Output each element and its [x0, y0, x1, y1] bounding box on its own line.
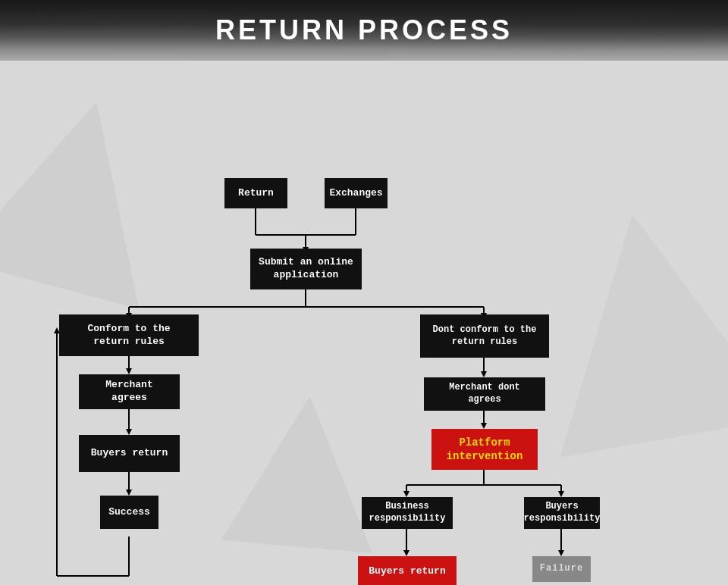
- buyers-resp-box: Buyersresponsibility: [524, 497, 600, 529]
- svg-marker-31: [558, 491, 564, 497]
- return-box: Return: [224, 178, 287, 208]
- svg-marker-17: [126, 490, 132, 496]
- merchant-dont-box: Merchant dont agrees: [424, 377, 545, 411]
- platform-box: Platformintervention: [431, 429, 538, 470]
- main-content: Return Exchanges Submit an onlineapplica…: [0, 61, 728, 585]
- merchant-agrees-box: Merchant agrees: [79, 374, 180, 409]
- bg-decoration-1: [0, 77, 188, 309]
- svg-marker-29: [403, 491, 410, 497]
- svg-marker-25: [481, 423, 487, 429]
- exchanges-box: Exchanges: [325, 178, 388, 208]
- page-header: RETURN PROCESS: [0, 0, 728, 61]
- bg-decoration-3: [221, 389, 386, 554]
- svg-marker-33: [403, 550, 410, 556]
- bg-decoration-2: [520, 194, 728, 458]
- buyers-return-left-box: Buyers return: [79, 435, 180, 472]
- failure-box: Failure: [532, 556, 591, 582]
- dont-conform-box: Dont conform to thereturn rules: [420, 314, 549, 358]
- success-box: Success: [100, 496, 158, 529]
- conform-box: Conform to thereturn rules: [59, 314, 199, 356]
- svg-marker-15: [126, 429, 132, 435]
- svg-marker-35: [558, 550, 564, 556]
- page-title: RETURN PROCESS: [215, 14, 513, 46]
- svg-marker-13: [126, 368, 132, 374]
- buyers-return-right-box: Buyers return: [358, 556, 457, 585]
- svg-marker-23: [481, 371, 487, 377]
- business-resp-box: Businessresponsibility: [362, 497, 453, 529]
- submit-box: Submit an onlineapplication: [250, 249, 362, 289]
